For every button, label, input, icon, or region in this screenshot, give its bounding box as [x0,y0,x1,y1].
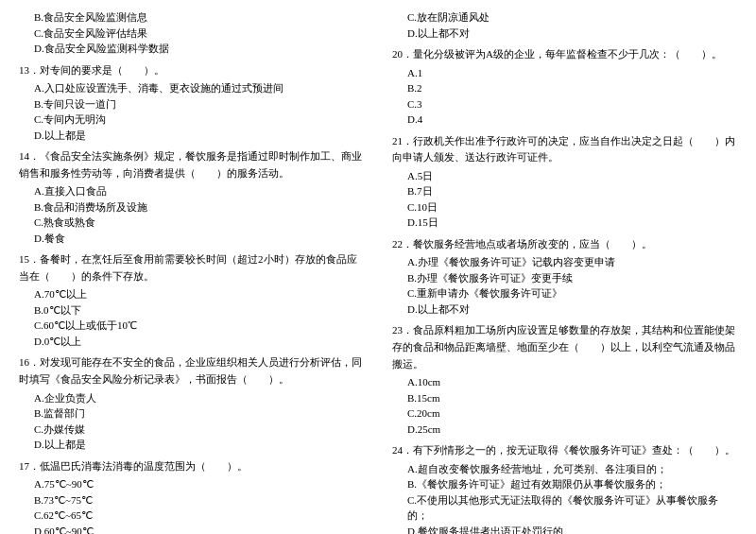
option-d: D.15日 [407,215,737,231]
question-17: 17．低温巴氏消毒法消毒的温度范围为（ ）。 A.75℃~90℃ B.73℃~7… [19,458,364,534]
question-stem: 13．对专间的要求是（ ）。 [19,62,364,79]
option-c: C.办媒传媒 [34,422,364,438]
option-b: B.0℃以下 [34,302,364,319]
option-b: B.7日 [407,183,737,199]
question-b-options: B.食品安全风险监测信息 C.食品安全风险评估结果 D.食品安全风险监测科学数据 [19,9,364,57]
question-21: 21．行政机关作出准予行政许可的决定，应当自作出决定之日起（ ）内向申请人颁发、… [392,133,737,231]
question-15: 15．备餐时，在烹饪后至食用前需要较长时间（超过2小时）存放的食品应当在（ ）的… [19,251,364,349]
option-b: B.2 [407,80,737,96]
question-stem: 22．餐饮服务经营地点或者场所改变的，应当（ ）。 [392,236,737,253]
question-stem: 14．《食品安全法实施条例》规定，餐饮服务是指通过即时制作加工、商业销售和服务性… [19,148,364,181]
question-23: 23．食品原料粗加工场所内应设置足够数量的存放架，其结构和位置能使架存的食品和物… [392,322,737,437]
option-a: A.70℃以上 [34,286,364,302]
option-b: B.《餐饮服务许可证》超过有效期限仍从事餐饮服务的； [407,476,737,492]
option-text: C.食品安全风险评估结果 [34,26,364,42]
option-c: C.3 [407,96,737,112]
option-d: D.0℃以上 [34,334,364,350]
question-stem: 23．食品原料粗加工场所内应设置足够数量的存放架，其结构和位置能使架存的食品和物… [392,322,737,372]
option-text: D.食品安全风险监测科学数据 [34,41,364,57]
option-d: D.4 [407,112,737,128]
option-c: C.不使用以其他形式无证法取得的《餐饮服务许可证》从事餐饮服务的； [407,492,737,524]
question-24: 24．有下列情形之一的，按无证取得《餐饮服务许可证》查处：（ ）。 A.超自改变… [392,442,737,534]
question-22: 22．餐饮服务经营地点或者场所改变的，应当（ ）。 A.办理《餐饮服务许可证》记… [392,236,737,318]
option-c: C.熟食或熟食 [34,215,364,231]
question-14: 14．《食品安全法实施条例》规定，餐饮服务是指通过即时制作加工、商业销售和服务性… [19,148,364,246]
option-d: D.以上都不对 [407,301,737,318]
option-a: A.办理《餐饮服务许可证》记载内容变更申请 [407,254,737,270]
option-a: A.75℃~90℃ [34,476,364,492]
option-a: A.直接入口食品 [34,183,364,199]
option-a: A.10cm [407,374,737,390]
option-a: A.5日 [407,168,737,184]
option-a: A.入口处应设置洗手、消毒、更衣设施的通过式预进间 [34,80,364,96]
option-a: A.1 [407,65,737,81]
option-c: C.重新申请办《餐饮服务许可证》 [407,285,737,301]
option-c: C.20cm [407,405,737,422]
question-19-cont: C.放在阴凉通风处 D.以上都不对 [392,9,737,41]
question-stem: 24．有下列情形之一的，按无证取得《餐饮服务许可证》查处：（ ）。 [392,442,737,459]
option-b: B.15cm [407,390,737,406]
option-b: B.73℃~75℃ [34,492,364,508]
option-b: B.专间只设一道门 [34,96,364,112]
option-d: D.餐饮服务提供者出语正处罚行的。 [407,524,737,534]
option-c: C.放在阴凉通风处 [407,9,737,26]
option-c: C.62℃~65℃ [34,508,364,524]
option-d: D.餐食 [34,231,364,247]
option-d: D.25cm [407,422,737,438]
option-c: C.60℃以上或低于10℃ [34,318,364,334]
option-d: D.以上都是 [34,437,364,453]
option-b: B.食品和消费场所及设施 [34,199,364,215]
option-c: C.专间内无明沟 [34,112,364,128]
option-b: B.监督部门 [34,405,364,422]
option-a: A.企业负责人 [34,390,364,406]
question-13: 13．对专间的要求是（ ）。 A.入口处应设置洗手、消毒、更衣设施的通过式预进间… [19,62,364,144]
option-b: B.办理《餐饮服务许可证》变更手续 [407,270,737,286]
option-a: A.超自改变餐饮服务经营地址，允可类别、各注项目的； [407,461,737,477]
question-stem: 17．低温巴氏消毒法消毒的温度范围为（ ）。 [19,458,364,475]
question-16: 16．对发现可能存在不安全的食品，企业应组织相关人员进行分析评估，同时填写《食品… [19,354,364,452]
option-c: C.10日 [407,199,737,215]
option-d: D.以上都是 [34,128,364,144]
question-stem: 20．量化分级被评为A级的企业，每年监督检查不少于几次：（ ）。 [392,46,737,63]
option-text: B.食品安全风险监测信息 [34,9,364,26]
question-stem: 15．备餐时，在烹饪后至食用前需要较长时间（超过2小时）存放的食品应当在（ ）的… [19,251,364,284]
question-stem: 16．对发现可能存在不安全的食品，企业应组织相关人员进行分析评估，同时填写《食品… [19,354,364,388]
option-d: D.60℃~90℃ [34,524,364,534]
question-stem: 21．行政机关作出准予行政许可的决定，应当自作出决定之日起（ ）内向申请人颁发、… [392,133,737,166]
main-content: B.食品安全风险监测信息 C.食品安全风险评估结果 D.食品安全风险监测科学数据… [19,9,737,534]
question-20: 20．量化分级被评为A级的企业，每年监督检查不少于几次：（ ）。 A.1 B.2… [392,46,737,128]
option-d: D.以上都不对 [407,26,737,42]
